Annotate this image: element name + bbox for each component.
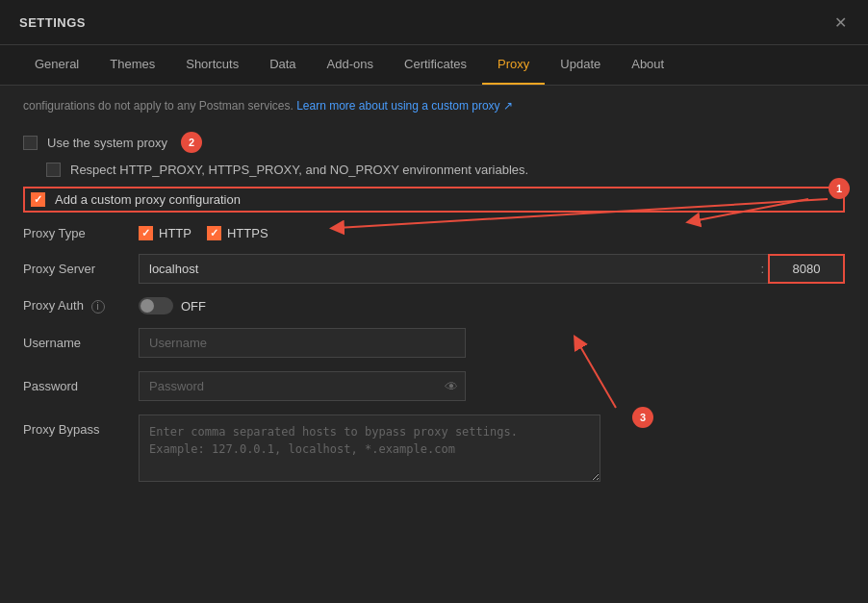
username-row: Username — [23, 328, 845, 358]
username-label: Username — [23, 336, 119, 350]
tab-about[interactable]: About — [616, 45, 679, 85]
annotation-2: 2 — [181, 132, 202, 153]
learn-more-link[interactable]: Learn more about using a custom proxy ↗ — [296, 99, 513, 113]
tab-general[interactable]: General — [19, 45, 94, 85]
proxy-server-label: Proxy Server — [23, 262, 119, 276]
settings-window: SETTINGS ✕ General Themes Shortcuts Data… — [0, 0, 868, 603]
info-text-prefix: configurations do not apply to any Postm… — [23, 99, 296, 113]
tab-update[interactable]: Update — [545, 45, 616, 85]
password-label: Password — [23, 379, 119, 393]
show-password-icon[interactable]: 👁 — [445, 379, 458, 394]
add-custom-proxy-label[interactable]: Add a custom proxy configuration — [55, 192, 241, 207]
settings-content: configurations do not apply to any Postm… — [0, 86, 868, 603]
tab-shortcuts[interactable]: Shortcuts — [170, 45, 254, 85]
proxy-type-options: HTTP HTTPS — [139, 226, 268, 240]
proxy-auth-row: Proxy Auth i OFF — [23, 297, 845, 314]
tab-certificates[interactable]: Certificates — [389, 45, 482, 85]
username-input[interactable] — [139, 328, 466, 358]
add-custom-proxy-checkbox[interactable] — [31, 192, 45, 207]
use-system-proxy-label[interactable]: Use the system proxy — [47, 136, 167, 150]
use-system-proxy-row: Use the system proxy 2 — [23, 132, 845, 153]
info-text: configurations do not apply to any Postm… — [23, 86, 845, 122]
add-custom-proxy-row: Add a custom proxy configuration — [23, 187, 845, 213]
proxy-host-input[interactable] — [139, 254, 756, 284]
proxy-server-inputs: : — [139, 254, 845, 284]
proxy-colon: : — [756, 254, 768, 284]
password-row: Password 👁 — [23, 371, 845, 401]
proxy-auth-info-icon[interactable]: i — [91, 300, 105, 314]
nav-tabs: General Themes Shortcuts Data Add-ons Ce… — [0, 45, 868, 86]
tab-themes[interactable]: Themes — [94, 45, 170, 85]
password-input-wrapper: 👁 — [139, 371, 466, 401]
https-label[interactable]: HTTPS — [227, 226, 268, 240]
proxy-auth-label: Proxy Auth i — [23, 298, 119, 314]
proxy-bypass-textarea[interactable] — [139, 415, 600, 482]
close-button[interactable]: ✕ — [831, 13, 849, 31]
tab-addons[interactable]: Add-ons — [312, 45, 389, 85]
https-option: HTTPS — [207, 226, 268, 240]
http-label[interactable]: HTTP — [159, 226, 191, 240]
window-title: SETTINGS — [19, 15, 86, 30]
proxy-auth-toggle-row: OFF — [139, 297, 206, 314]
http-option: HTTP — [139, 226, 191, 240]
https-checkbox[interactable] — [207, 226, 221, 240]
proxy-server-row: Proxy Server : — [23, 254, 845, 284]
proxy-bypass-row: Proxy Bypass — [23, 415, 845, 482]
proxy-auth-toggle[interactable] — [139, 297, 173, 314]
respect-env-checkbox[interactable] — [46, 163, 61, 177]
title-bar: SETTINGS ✕ — [0, 0, 868, 45]
http-checkbox[interactable] — [139, 226, 153, 240]
proxy-auth-state: OFF — [181, 299, 206, 314]
proxy-bypass-label: Proxy Bypass — [23, 415, 119, 437]
respect-env-label[interactable]: Respect HTTP_PROXY, HTTPS_PROXY, and NO_… — [70, 163, 528, 177]
proxy-port-input[interactable] — [768, 254, 845, 284]
respect-env-row: Respect HTTP_PROXY, HTTPS_PROXY, and NO_… — [46, 163, 845, 177]
tab-proxy[interactable]: Proxy — [482, 45, 545, 85]
use-system-proxy-checkbox[interactable] — [23, 136, 38, 150]
proxy-type-label: Proxy Type — [23, 226, 119, 240]
proxy-type-row: Proxy Type HTTP HTTPS — [23, 226, 845, 240]
tab-data[interactable]: Data — [254, 45, 311, 85]
password-input[interactable] — [139, 371, 466, 401]
